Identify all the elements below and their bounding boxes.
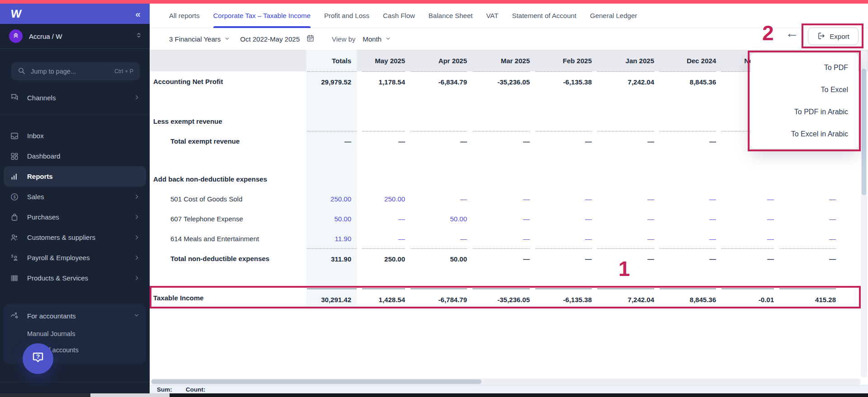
tab-profit-and-loss[interactable]: Profit and Loss <box>324 4 369 28</box>
menu-item-to-pdf-in-arabic[interactable]: To PDF in Arabic <box>750 108 858 116</box>
value-link[interactable]: — <box>647 235 654 243</box>
view-by-dropdown[interactable]: Month <box>363 35 391 43</box>
value-link[interactable]: 50.00 <box>334 215 351 223</box>
sidebar-item-channels[interactable]: Channels <box>4 89 146 107</box>
bottom-edge-segment <box>90 393 170 397</box>
chat-icon <box>10 93 19 103</box>
table-cell <box>654 111 716 131</box>
value-link[interactable]: — <box>585 215 592 223</box>
value-text: 1,178.54 <box>379 78 405 86</box>
sidebar-item-purchases[interactable]: Purchases <box>4 207 146 227</box>
sidebar-item-label: Inbox <box>27 132 44 140</box>
table-cell: — <box>716 229 774 248</box>
table-cell: — <box>654 248 716 268</box>
row-label <box>150 151 306 169</box>
table-cell <box>306 111 357 131</box>
sidebar-item-dashboard[interactable]: Dashboard <box>4 146 146 166</box>
export-button[interactable]: Export <box>808 28 859 45</box>
value-link[interactable]: — <box>523 215 530 223</box>
value-link[interactable]: 250.00 <box>384 195 405 203</box>
table-cell <box>467 169 530 189</box>
workspace-selector[interactable]: Accrua / W <box>0 24 150 49</box>
value-text: — <box>460 138 467 145</box>
value-link[interactable]: — <box>460 195 467 203</box>
value-link[interactable]: 11.90 <box>335 235 351 243</box>
value-link[interactable]: — <box>647 215 654 223</box>
value-link[interactable]: 250.00 <box>330 195 351 203</box>
value-link[interactable]: — <box>709 195 716 203</box>
tab-cash-flow[interactable]: Cash Flow <box>383 4 415 28</box>
status-bar: Sum: Count: <box>150 385 868 393</box>
sidebar-item-label: Reports <box>27 173 53 180</box>
tab-vat[interactable]: VAT <box>486 4 498 28</box>
value-text: — <box>647 138 654 145</box>
sidebar-item-inbox[interactable]: Inbox <box>4 126 146 146</box>
menu-item-to-excel[interactable]: To Excel <box>750 86 858 94</box>
table-cell <box>716 151 774 169</box>
date-range-picker[interactable]: Oct 2022-May 2025 <box>240 34 315 44</box>
value-link[interactable]: — <box>398 215 405 223</box>
financial-years-dropdown[interactable]: 3 Financial Years <box>169 35 230 43</box>
vertical-scrollbar[interactable] <box>861 51 867 378</box>
value-link[interactable]: — <box>829 215 836 223</box>
sidebar-item-products-services[interactable]: Products & Services <box>4 268 146 288</box>
value-link[interactable]: — <box>585 235 592 243</box>
value-link[interactable]: — <box>829 195 836 203</box>
table-cell <box>405 268 467 287</box>
row-label: Accounting Net Profit <box>150 71 306 91</box>
back-arrow[interactable]: ← <box>785 26 799 40</box>
value-link[interactable]: — <box>647 195 654 203</box>
table-cell <box>306 91 357 111</box>
vertical-scrollbar-thumb[interactable] <box>862 69 866 195</box>
row-end-spacer <box>836 268 861 287</box>
menu-item-to-pdf[interactable]: To PDF <box>750 64 858 72</box>
help-button[interactable]: ? <box>23 343 53 374</box>
column-header-may-2025: May 2025 <box>357 50 405 71</box>
sidebar-collapse-button[interactable]: « <box>135 9 141 19</box>
column-header-text: Feb 2025 <box>535 50 592 71</box>
tab-balance-sheet[interactable]: Balance Sheet <box>429 4 473 28</box>
table-cell: 8,845.36 <box>654 71 716 91</box>
table-row-total-non-deductible-expenses: Total non-deductible expenses311.90250.0… <box>150 248 868 268</box>
value-link[interactable]: — <box>709 215 716 223</box>
table-cell: 1,428.54 <box>357 287 405 308</box>
tab-all-reports[interactable]: All reports <box>169 4 200 28</box>
value-link[interactable]: — <box>709 235 716 243</box>
sidebar-item-for-accountants[interactable]: For accountants <box>4 306 146 326</box>
table-cell: — <box>716 209 774 229</box>
sidebar-item-reports[interactable]: Reports <box>4 166 146 187</box>
chevron-right-icon <box>134 194 140 200</box>
value-text: -6,135.38 <box>563 78 592 86</box>
horizontal-scrollbar[interactable] <box>151 378 861 385</box>
value-link[interactable]: — <box>767 195 774 203</box>
sidebar-item-manual-journals[interactable]: Manual Journals <box>4 326 146 342</box>
value-link[interactable]: — <box>398 235 405 243</box>
menu-item-to-excel-in-arabic[interactable]: To Excel in Arabic <box>750 130 858 138</box>
tab-statement-of-account[interactable]: Statement of Account <box>512 4 576 28</box>
value-link[interactable]: — <box>585 195 592 203</box>
table-cell <box>592 111 654 131</box>
value-link[interactable]: — <box>523 235 530 243</box>
table-cell <box>592 268 654 287</box>
tab-corporate-tax-taxable-income[interactable]: Corporate Tax – Taxable Income <box>213 4 311 28</box>
value-link[interactable]: — <box>829 235 836 243</box>
tab-general-ledger[interactable]: General Ledger <box>590 4 637 28</box>
value-link[interactable]: — <box>523 195 530 203</box>
value-link[interactable]: 50.00 <box>450 215 467 223</box>
value-link[interactable]: — <box>767 235 774 243</box>
horizontal-scrollbar-thumb[interactable] <box>151 379 481 384</box>
sidebar-item-customers-suppliers[interactable]: Customers & suppliers <box>4 227 146 248</box>
table-cell: — <box>467 229 530 248</box>
column-header-dec-2024: Dec 2024 <box>654 50 716 71</box>
sidebar-item-payroll-employees[interactable]: $Payroll & Employees <box>4 248 146 268</box>
chevron-down-icon <box>224 35 230 43</box>
table-cell: — <box>530 131 592 151</box>
value-text: 8,845.36 <box>690 296 716 304</box>
value-link[interactable]: — <box>460 235 467 243</box>
table-cell: — <box>405 189 467 209</box>
jump-to-page-search[interactable]: Jump to page... Ctrl + P <box>11 62 140 80</box>
sidebar-item-sales[interactable]: $Sales <box>4 187 146 207</box>
search-shortcut: Ctrl + P <box>114 68 133 75</box>
filters-bar: 3 Financial Years Oct 2022-May 2025 View… <box>150 28 868 50</box>
value-link[interactable]: — <box>767 215 774 223</box>
